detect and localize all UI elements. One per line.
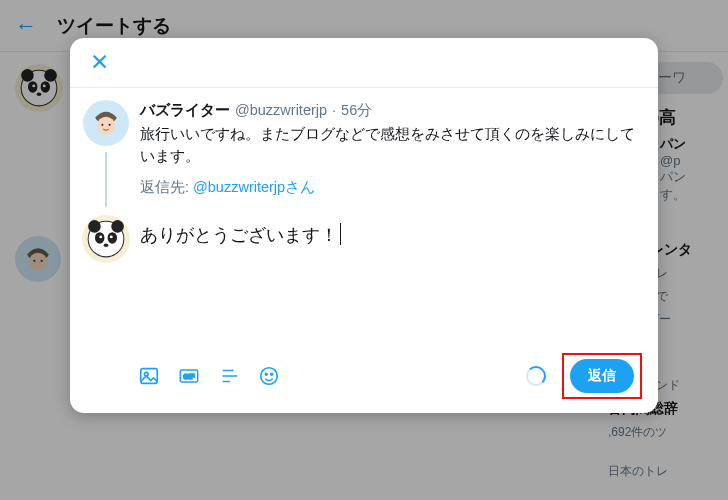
svg-point-22 [101,124,103,126]
author-name[interactable]: バズライター [140,100,230,122]
svg-point-29 [99,235,102,238]
original-tweet-text: 旅行いいですね。またブログなどで感想をみさせて頂くのを楽しみにしています。 [140,124,642,168]
svg-point-27 [95,232,104,244]
svg-point-39 [261,368,278,385]
svg-point-31 [104,244,109,247]
svg-point-25 [88,220,101,233]
svg-point-30 [110,235,113,238]
svg-point-21 [97,117,115,135]
author-handle[interactable]: @buzzwriterjp [235,100,327,122]
char-count-icon [526,366,546,386]
thread-connector [105,152,107,207]
emoji-icon[interactable] [258,365,280,387]
gif-icon[interactable]: GIF [178,365,200,387]
svg-text:GIF: GIF [183,373,194,380]
reply-modal: ✕ [70,38,658,413]
modal-overlay: ✕ [0,0,728,500]
svg-point-41 [271,373,273,375]
svg-point-26 [111,220,124,233]
svg-point-40 [265,373,267,375]
media-icon[interactable] [138,365,160,387]
reply-button[interactable]: 返信 [570,359,634,393]
text-caret [340,223,341,245]
poll-icon[interactable] [218,365,240,387]
compose-input[interactable]: ありがとうございます！ [140,215,642,335]
self-avatar [82,215,130,263]
original-author-avatar[interactable] [83,100,129,146]
reply-to-label: 返信先: [140,179,189,195]
svg-rect-32 [141,369,158,384]
highlight-box: 返信 [562,353,642,399]
tweet-timestamp[interactable]: 56分 [341,100,372,122]
svg-point-23 [109,124,111,126]
reply-to-handle[interactable]: @buzzwriterjp [193,179,285,195]
close-icon[interactable]: ✕ [84,47,115,78]
svg-point-28 [108,232,117,244]
